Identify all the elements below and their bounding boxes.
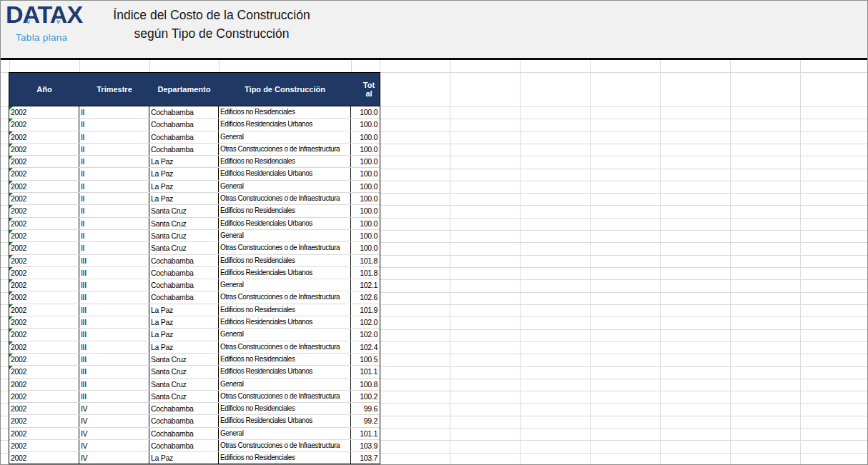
construction-type-cell[interactable]: General: [219, 131, 351, 143]
total-cell[interactable]: 103.7: [351, 452, 380, 464]
quarter-cell[interactable]: II: [79, 119, 149, 130]
year-cell[interactable]: 2002: [9, 304, 79, 316]
year-cell[interactable]: 2002: [9, 366, 79, 377]
quarter-cell[interactable]: III: [79, 316, 149, 328]
department-cell[interactable]: Santa Cruz: [149, 379, 219, 390]
department-cell[interactable]: Cochabamba: [149, 106, 219, 118]
construction-type-cell[interactable]: General: [219, 181, 351, 192]
year-cell[interactable]: 2002: [9, 403, 79, 414]
total-cell[interactable]: 100.0: [351, 230, 380, 241]
construction-type-cell[interactable]: Edificios Residenciales Urbanos: [219, 218, 351, 229]
quarter-cell[interactable]: III: [79, 279, 149, 291]
total-cell[interactable]: 101.8: [351, 267, 380, 279]
quarter-cell[interactable]: II: [79, 106, 149, 118]
total-cell[interactable]: 100.2: [351, 391, 380, 402]
total-cell[interactable]: 103.9: [351, 440, 380, 451]
department-cell[interactable]: Santa Cruz: [149, 354, 219, 365]
quarter-cell[interactable]: II: [79, 193, 149, 204]
total-cell[interactable]: 100.0: [351, 193, 380, 204]
department-cell[interactable]: Cochabamba: [149, 144, 219, 155]
year-cell[interactable]: 2002: [9, 354, 79, 365]
quarter-cell[interactable]: II: [79, 205, 149, 216]
construction-type-cell[interactable]: Edificios Residenciales Urbanos: [219, 119, 351, 130]
quarter-cell[interactable]: IV: [79, 440, 149, 451]
construction-type-cell[interactable]: General: [219, 329, 351, 340]
construction-type-cell[interactable]: Otras Construcciones o de Infraestructur…: [219, 440, 351, 451]
department-cell[interactable]: Cochabamba: [149, 255, 219, 266]
total-cell[interactable]: 101.8: [351, 255, 380, 266]
quarter-cell[interactable]: II: [79, 144, 149, 155]
construction-type-cell[interactable]: Edificios no Residenciales: [219, 452, 351, 464]
year-cell[interactable]: 2002: [9, 106, 79, 118]
construction-type-cell[interactable]: Otras Construcciones o de Infraestructur…: [219, 242, 351, 254]
quarter-cell[interactable]: III: [79, 366, 149, 377]
department-cell[interactable]: Santa Cruz: [149, 205, 219, 216]
total-cell[interactable]: 100.0: [351, 131, 380, 143]
year-cell[interactable]: 2002: [9, 193, 79, 204]
quarter-cell[interactable]: II: [79, 131, 149, 143]
construction-type-cell[interactable]: Edificios no Residenciales: [219, 255, 351, 266]
department-cell[interactable]: Cochabamba: [149, 119, 219, 130]
total-cell[interactable]: 101.1: [351, 428, 380, 439]
year-cell[interactable]: 2002: [9, 391, 79, 402]
construction-type-cell[interactable]: Otras Construcciones o de Infraestructur…: [219, 144, 351, 155]
year-cell[interactable]: 2002: [9, 242, 79, 254]
department-cell[interactable]: Cochabamba: [149, 428, 219, 439]
department-cell[interactable]: La Paz: [149, 168, 219, 179]
department-cell[interactable]: La Paz: [149, 329, 219, 340]
construction-type-cell[interactable]: Otras Construcciones o de Infraestructur…: [219, 291, 351, 303]
department-cell[interactable]: Santa Cruz: [149, 391, 219, 402]
total-cell[interactable]: 100.0: [351, 156, 380, 167]
quarter-cell[interactable]: III: [79, 255, 149, 266]
department-cell[interactable]: Cochabamba: [149, 291, 219, 303]
year-cell[interactable]: 2002: [9, 168, 79, 179]
department-cell[interactable]: La Paz: [149, 316, 219, 328]
year-cell[interactable]: 2002: [9, 119, 79, 130]
quarter-cell[interactable]: III: [79, 329, 149, 340]
quarter-cell[interactable]: II: [79, 168, 149, 179]
quarter-cell[interactable]: II: [79, 242, 149, 254]
column-header-construction-type[interactable]: Tipo de Construcciön: [219, 85, 351, 94]
construction-type-cell[interactable]: Edificios Residenciales Urbanos: [219, 168, 351, 179]
quarter-cell[interactable]: IV: [79, 452, 149, 464]
year-cell[interactable]: 2002: [9, 341, 79, 353]
quarter-cell[interactable]: IV: [79, 403, 149, 414]
quarter-cell[interactable]: III: [79, 391, 149, 402]
construction-type-cell[interactable]: General: [219, 279, 351, 291]
construction-type-cell[interactable]: Edificios no Residenciales: [219, 403, 351, 414]
quarter-cell[interactable]: II: [79, 218, 149, 229]
year-cell[interactable]: 2002: [9, 279, 79, 291]
total-cell[interactable]: 100.0: [351, 205, 380, 216]
column-header-quarter[interactable]: Trimestre: [79, 85, 149, 94]
year-cell[interactable]: 2002: [9, 218, 79, 229]
total-cell[interactable]: 100.5: [351, 354, 380, 365]
construction-type-cell[interactable]: Edificios Residenciales Urbanos: [219, 366, 351, 377]
total-cell[interactable]: 99.6: [351, 403, 380, 414]
department-cell[interactable]: Cochabamba: [149, 440, 219, 451]
construction-type-cell[interactable]: Edificios no Residenciales: [219, 354, 351, 365]
total-cell[interactable]: 100.0: [351, 242, 380, 254]
column-header-total[interactable]: Total: [351, 81, 380, 98]
department-cell[interactable]: Santa Cruz: [149, 218, 219, 229]
department-cell[interactable]: La Paz: [149, 341, 219, 353]
quarter-cell[interactable]: III: [79, 379, 149, 390]
total-cell[interactable]: 100.0: [351, 144, 380, 155]
year-cell[interactable]: 2002: [9, 144, 79, 155]
construction-type-cell[interactable]: Otras Construcciones o de Infraestructur…: [219, 193, 351, 204]
year-cell[interactable]: 2002: [9, 452, 79, 464]
total-cell[interactable]: 100.0: [351, 168, 380, 179]
total-cell[interactable]: 102.1: [351, 279, 380, 291]
year-cell[interactable]: 2002: [9, 379, 79, 390]
department-cell[interactable]: Cochabamba: [149, 403, 219, 414]
year-cell[interactable]: 2002: [9, 415, 79, 426]
year-cell[interactable]: 2002: [9, 230, 79, 241]
department-cell[interactable]: Santa Cruz: [149, 230, 219, 241]
year-cell[interactable]: 2002: [9, 428, 79, 439]
year-cell[interactable]: 2002: [9, 156, 79, 167]
department-cell[interactable]: Santa Cruz: [149, 242, 219, 254]
quarter-cell[interactable]: III: [79, 291, 149, 303]
quarter-cell[interactable]: II: [79, 181, 149, 192]
total-cell[interactable]: 102.6: [351, 291, 380, 303]
total-cell[interactable]: 101.1: [351, 366, 380, 377]
department-cell[interactable]: Cochabamba: [149, 279, 219, 291]
